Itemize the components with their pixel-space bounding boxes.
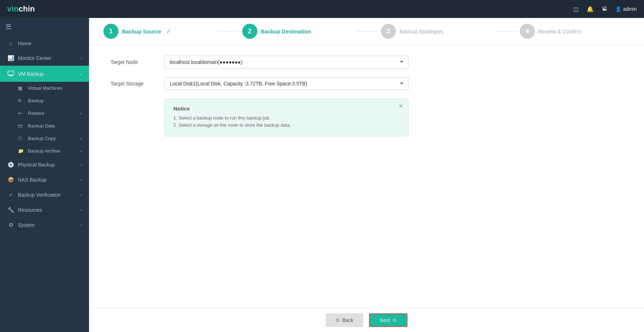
sidebar-item-backup-copy[interactable]: ⎔ Backup Copy ›: [0, 132, 89, 145]
back-icon: ⊙: [336, 317, 340, 323]
notice-close-button[interactable]: ✕: [398, 103, 403, 109]
sidebar-item-vm-backup[interactable]: VM Backup ⌄: [0, 66, 89, 82]
chevron-icon: ›: [80, 136, 82, 141]
sidebar-item-backup-data[interactable]: 🗃 Backup Data: [0, 120, 89, 132]
wizard-step-2: 2 Backup Destination: [242, 24, 353, 39]
chevron-icon: ›: [80, 56, 82, 60]
notice-item-1: 1. Select a backup node to run this back…: [173, 115, 400, 121]
chat-icon[interactable]: ◫: [573, 6, 579, 13]
bell-icon[interactable]: 🔔: [587, 6, 594, 13]
notice-title: Notice: [173, 106, 400, 112]
sidebar-item-physical-backup[interactable]: 💿 Physical Backup ›: [0, 157, 89, 172]
target-node-select[interactable]: localhost.localdomain(●●●●●●●): [164, 56, 409, 69]
content-area: 1 Backup Source ✓ 2 Backup Destination 3…: [89, 18, 644, 332]
vm-icon: [7, 70, 14, 78]
admin-label[interactable]: 👤 admin: [615, 6, 637, 12]
logo-chin: chin: [19, 4, 35, 13]
sidebar-hamburger[interactable]: ☰: [0, 18, 89, 36]
sidebar-item-restore[interactable]: ↩ Restore ›: [0, 107, 89, 120]
main-layout: ☰ ⌂ Home 📊 Monitor Center › VM Backup ⌄ …: [0, 18, 644, 332]
sidebar-item-label: VM Backup: [18, 71, 44, 77]
topbar-right: ◫ 🔔 📽 👤 admin: [573, 6, 637, 13]
sidebar-item-label: NAS Backup: [18, 177, 46, 183]
sidebar-item-system[interactable]: ⚙ System ›: [0, 218, 89, 233]
sidebar-item-home[interactable]: ⌂ Home: [0, 36, 89, 51]
chevron-icon: ›: [80, 111, 82, 116]
target-storage-row: Target Storage Local Disk1(Local Disk, C…: [111, 77, 622, 90]
step-divider-3: [495, 31, 516, 32]
wizard-steps: 1 Backup Source ✓ 2 Backup Destination 3…: [89, 18, 644, 45]
notice-list: 1. Select a backup node to run this back…: [173, 115, 400, 128]
chevron-icon: ›: [80, 178, 82, 182]
sidebar-item-label: System: [18, 222, 35, 228]
wizard-step-1: 1 Backup Source ✓: [103, 24, 214, 39]
sidebar-item-label: Physical Backup: [18, 162, 55, 168]
sidebar-item-backup-verification[interactable]: ✓ Backup Verification ›: [0, 187, 89, 202]
sidebar-item-resources[interactable]: 🔧 Resources ›: [0, 202, 89, 218]
sidebar-item-nas-backup[interactable]: 📦 NAS Backup ›: [0, 172, 89, 187]
target-storage-select[interactable]: Local Disk1(Local Disk, Capacity :3.72TB…: [164, 77, 409, 90]
sidebar-item-label: Backup Data: [28, 123, 55, 128]
chevron-icon: ›: [80, 193, 82, 197]
form-area: Target Node localhost.localdomain(●●●●●●…: [89, 45, 644, 308]
monitor-icon[interactable]: 📽: [602, 6, 607, 12]
user-icon: 👤: [615, 6, 621, 12]
sidebar-item-backup[interactable]: ↻ Backup: [0, 94, 89, 107]
step-circle-3: 3: [381, 24, 396, 39]
step-label-4: Review & Confirm: [538, 28, 582, 34]
next-button[interactable]: Next ⊙: [369, 313, 407, 327]
home-icon: ⌂: [7, 40, 14, 46]
sidebar-item-label: Backup Archive: [28, 148, 60, 154]
physical-icon: 💿: [7, 162, 14, 168]
step-label-1: Backup Source: [122, 28, 161, 34]
step-circle-1: 1: [103, 24, 118, 39]
bottom-bar: ⊙ Back Next ⊙: [89, 308, 644, 332]
chevron-icon: ›: [80, 163, 82, 167]
sidebar-item-label: Backup: [28, 98, 43, 103]
chevron-icon: ›: [80, 148, 82, 154]
step-check-1: ✓: [166, 28, 171, 35]
sidebar-item-label: Home: [18, 41, 31, 46]
sidebar-item-backup-archive[interactable]: 📁 Backup Archive ›: [0, 145, 89, 157]
sidebar-item-label: Virtual Machines: [28, 85, 62, 91]
sidebar: ☰ ⌂ Home 📊 Monitor Center › VM Backup ⌄ …: [0, 18, 89, 332]
sidebar-item-label: Backup Copy: [28, 136, 56, 141]
wizard-step-4: 4 Review & Confirm: [520, 24, 630, 39]
step-divider-2: [356, 31, 377, 32]
target-node-row: Target Node localhost.localdomain(●●●●●●…: [111, 56, 622, 69]
verify-icon: ✓: [7, 192, 14, 198]
sidebar-item-label: Restore: [28, 111, 45, 116]
copy-icon: ⎔: [18, 136, 24, 141]
target-node-label: Target Node: [111, 59, 164, 65]
sidebar-item-label: Monitor Center: [18, 55, 51, 61]
sidebar-item-monitor-center[interactable]: 📊 Monitor Center ›: [0, 51, 89, 66]
wizard-step-3: 3 Backup Strategies: [381, 24, 491, 39]
resources-icon: 🔧: [7, 207, 14, 213]
logo: vinchin: [7, 4, 35, 14]
target-storage-label: Target Storage: [111, 81, 164, 86]
step-label-2: Backup Destination: [261, 28, 311, 34]
chevron-icon: ›: [80, 223, 82, 227]
restore-icon: ↩: [18, 111, 24, 116]
svg-rect-0: [8, 71, 14, 75]
step-circle-4: 4: [520, 24, 535, 39]
backup-icon: ↻: [18, 98, 24, 103]
topbar: vinchin ◫ 🔔 📽 👤 admin: [0, 0, 644, 18]
notice-item-2: 2. Select a storage on the node to store…: [173, 122, 400, 128]
back-button[interactable]: ⊙ Back: [326, 313, 363, 327]
logo-vin: vin: [7, 4, 19, 13]
step-circle-2: 2: [242, 24, 257, 39]
notice-box: Notice 1. Select a backup node to run th…: [164, 99, 409, 136]
nas-icon: 📦: [7, 177, 14, 183]
grid-icon: ▦: [18, 85, 24, 91]
sidebar-item-label: Backup Verification: [18, 192, 61, 198]
system-icon: ⚙: [7, 222, 14, 228]
step-label-3: Backup Strategies: [400, 28, 443, 34]
data-icon: 🗃: [18, 123, 24, 128]
chevron-icon: ›: [80, 208, 82, 212]
sidebar-item-virtual-machines[interactable]: ▦ Virtual Machines: [0, 82, 89, 94]
archive-icon: 📁: [18, 148, 24, 154]
sidebar-item-label: Resources: [18, 207, 42, 213]
step-divider-1: [217, 31, 239, 32]
chevron-down-icon: ⌄: [79, 71, 82, 76]
